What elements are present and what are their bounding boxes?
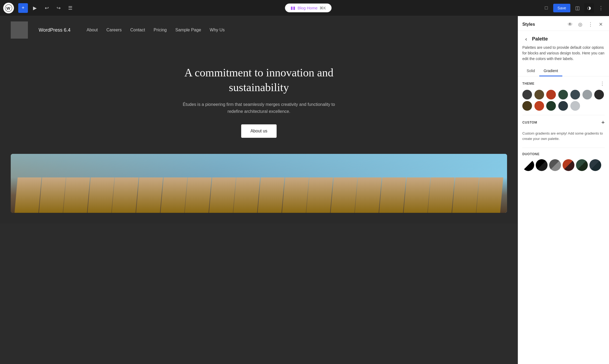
nav-pricing[interactable]: Pricing (154, 28, 167, 32)
theme-label: THEME (522, 82, 534, 86)
slat (403, 177, 430, 213)
slat (452, 177, 479, 213)
about-us-button[interactable]: About us (241, 124, 276, 138)
custom-section-header: CUSTOM + (522, 120, 605, 125)
custom-label: CUSTOM (522, 121, 537, 124)
theme-color-swatch[interactable] (546, 101, 556, 111)
panel-header: Styles 👁 ◎ ⋮ ✕ (518, 16, 609, 31)
theme-section-header: THEME ⋮ (522, 81, 605, 87)
slat (63, 177, 90, 213)
nav-about[interactable]: About (87, 28, 98, 32)
duotone-swatch[interactable] (522, 159, 534, 171)
layout-toggle-button[interactable]: ◫ (573, 3, 582, 13)
duotone-swatch[interactable] (576, 159, 588, 171)
save-button[interactable]: Save (553, 4, 570, 12)
styles-panel: Styles 👁 ◎ ⋮ ✕ ‹ Palette Palettes are us… (518, 16, 609, 364)
palette-title: Palette (532, 36, 548, 42)
slat (331, 177, 357, 213)
slat (355, 177, 382, 213)
wp-logo: W (3, 3, 14, 13)
custom-color-section: CUSTOM + Custom gradients are empty! Add… (518, 115, 609, 148)
theme-color-swatch[interactable] (558, 90, 568, 99)
slat (185, 177, 211, 213)
theme-color-swatch[interactable] (582, 90, 592, 99)
slat (112, 177, 139, 213)
site-logo (11, 21, 28, 39)
tab-solid[interactable]: Solid (522, 66, 539, 76)
more-panel-button[interactable]: ⋮ (586, 20, 595, 28)
add-button[interactable]: + (18, 3, 28, 13)
blog-home-label: Blog Home (298, 6, 317, 10)
theme-color-swatch[interactable] (534, 101, 544, 111)
slat (282, 177, 309, 213)
nav-careers[interactable]: Careers (107, 28, 122, 32)
theme-color-swatch[interactable] (570, 101, 580, 111)
custom-empty-text: Custom gradients are empty! Add some gra… (522, 129, 605, 143)
list-view-button[interactable]: ☰ (65, 3, 75, 13)
canvas: WordPress 6.4 About Careers Contact Pric… (0, 16, 518, 364)
slat (379, 177, 406, 213)
grid-icon: ▮▮ (291, 5, 295, 10)
theme-color-swatch[interactable] (570, 90, 580, 99)
more-options-button[interactable]: ⋮ (596, 3, 606, 13)
desktop-preview-button[interactable]: □ (541, 3, 551, 13)
theme-color-swatch[interactable] (522, 101, 532, 111)
theme-color-grid (522, 90, 605, 111)
nav-contact[interactable]: Contact (130, 28, 145, 32)
add-custom-button[interactable]: + (601, 120, 605, 125)
slat (136, 177, 163, 213)
slat (39, 177, 66, 213)
duotone-label: DUOTONE (522, 152, 540, 156)
duotone-swatch[interactable] (563, 159, 574, 171)
duotone-swatch[interactable] (549, 159, 561, 171)
slat (14, 177, 41, 213)
duotone-color-section: DUOTONE (518, 148, 609, 175)
slat (428, 177, 454, 213)
hero-section: A commitment to innovation and sustainab… (0, 44, 518, 154)
preview-button[interactable]: 👁 (566, 20, 574, 28)
history-button[interactable]: ◎ (576, 20, 584, 28)
theme-menu-button[interactable]: ⋮ (600, 81, 605, 87)
duotone-grid (522, 159, 605, 171)
theme-color-swatch[interactable] (534, 90, 544, 99)
palette-description: Palettes are used to provide default col… (518, 45, 609, 66)
blog-home-shortcut: ⌘K (320, 6, 326, 10)
image-section (0, 154, 518, 224)
panel-header-icons: 👁 ◎ ⋮ ✕ (566, 20, 605, 28)
blog-home-pill[interactable]: ▮▮ Blog Home ⌘K (285, 3, 332, 12)
slat (476, 177, 503, 213)
undo-button[interactable]: ↩ (42, 3, 52, 13)
select-tool-button[interactable]: ▶ (30, 3, 40, 13)
hero-description: Études is a pioneering firm that seamles… (178, 101, 339, 115)
toolbar: W + ▶ ↩ ↪ ☰ ▮▮ Blog Home ⌘K □ Save ◫ ◑ ⋮ (0, 0, 609, 16)
slat (233, 177, 260, 213)
slat (306, 177, 333, 213)
hero-heading: A commitment to innovation and sustainab… (178, 65, 339, 95)
theme-color-swatch[interactable] (558, 101, 568, 111)
nav-sample-page[interactable]: Sample Page (175, 28, 201, 32)
slat (87, 177, 114, 213)
theme-color-swatch[interactable] (546, 90, 556, 99)
toolbar-center: ▮▮ Blog Home ⌘K (77, 3, 539, 12)
nav-why-us[interactable]: Why Us (210, 28, 225, 32)
theme-color-swatch[interactable] (594, 90, 604, 99)
panel-title: Styles (522, 22, 535, 27)
site-header: WordPress 6.4 About Careers Contact Pric… (0, 16, 518, 44)
toolbar-right: □ Save ◫ ◑ ⋮ (541, 3, 606, 13)
close-panel-button[interactable]: ✕ (597, 20, 605, 28)
main: WordPress 6.4 About Careers Contact Pric… (0, 16, 609, 364)
slat (209, 177, 236, 213)
dark-mode-button[interactable]: ◑ (584, 3, 594, 13)
arch-image-inner (11, 154, 507, 213)
redo-button[interactable]: ↪ (54, 3, 63, 13)
back-button[interactable]: ‹ (522, 35, 530, 43)
slat (160, 177, 187, 213)
theme-color-swatch[interactable] (522, 90, 532, 99)
slat (258, 177, 284, 213)
duotone-section-header: DUOTONE (522, 152, 605, 156)
site-nav: About Careers Contact Pricing Sample Pag… (87, 28, 225, 32)
duotone-swatch[interactable] (536, 159, 548, 171)
palette-nav: ‹ Palette (518, 31, 609, 45)
duotone-swatch[interactable] (589, 159, 601, 171)
tab-gradient[interactable]: Gradient (539, 66, 562, 76)
